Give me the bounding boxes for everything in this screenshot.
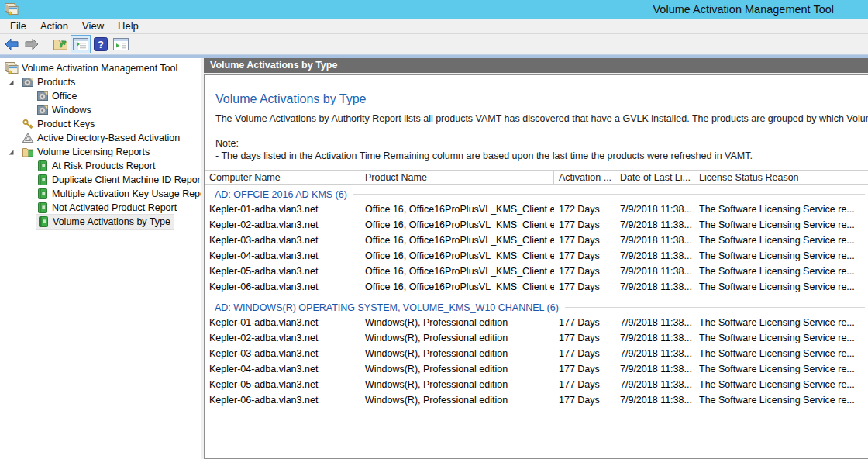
cell-computer: Kepler-01-adba.vlan3.net [205, 315, 360, 330]
cell-filler [856, 248, 868, 264]
menu-bar: File Action View Help [0, 19, 868, 34]
report-content: Volume Activations by Type The Volume Ac… [204, 74, 868, 459]
cell-filler [856, 392, 868, 408]
cell-computer: Kepler-01-adba.vlan3.net [205, 202, 360, 217]
menu-action[interactable]: Action [33, 19, 75, 33]
tree-item-mak-usage-report[interactable]: Multiple Activation Key Usage Report [0, 187, 201, 201]
report-icon [37, 216, 50, 228]
table-row[interactable]: Kepler-05-adba.vlan3.netWindows(R), Prof… [205, 377, 868, 392]
up-one-level-button[interactable] [50, 35, 71, 53]
tree-item-not-activated-report[interactable]: Not Activated Product Report [0, 201, 201, 215]
tree-item-at-risk-report[interactable]: At Risk Products Report [0, 159, 201, 173]
column-header[interactable]: Date of Last Li... [615, 171, 694, 184]
console-tree-panel: Volume Activation Management Tool Produc… [0, 58, 202, 459]
cell-product: Office 16, Office16ProPlusVL_KMS_Client … [360, 279, 554, 295]
cell-filler [856, 264, 868, 279]
toolbar-separator [46, 36, 46, 52]
tree-item-label: Not Activated Product Report [52, 202, 177, 213]
column-header[interactable]: Computer Name [205, 171, 360, 184]
cell-activation: 172 Days [554, 202, 615, 217]
cell-date: 7/9/2018 11:38... [615, 377, 694, 392]
table-row[interactable]: Kepler-05-adba.vlan3.netOffice 16, Offic… [205, 264, 868, 279]
cell-filler [856, 361, 868, 377]
cell-reason: The Software Licensing Service re... [694, 217, 856, 233]
tree-item-product-keys[interactable]: Product Keys [0, 117, 201, 131]
cell-computer: Kepler-02-adba.vlan3.net [205, 217, 360, 233]
cell-filler [856, 315, 868, 330]
tree-item-windows[interactable]: Windows [0, 103, 201, 117]
expander-icon[interactable] [8, 149, 22, 156]
folder-report-icon [22, 146, 34, 158]
cell-activation: 177 Days [554, 361, 615, 377]
tree-item-duplicate-cmid-report[interactable]: Duplicate Client Machine ID Report [0, 173, 201, 187]
table-row[interactable]: Kepler-06-adba.vlan3.netWindows(R), Prof… [205, 392, 868, 408]
disc-icon [36, 90, 49, 102]
show-action-pane-button[interactable] [111, 35, 131, 53]
forward-icon [23, 36, 40, 53]
back-button[interactable] [2, 35, 22, 53]
cell-computer: Kepler-06-adba.vlan3.net [205, 392, 360, 408]
tree-item-root[interactable]: Volume Activation Management Tool [0, 61, 201, 75]
cell-activation: 177 Days [554, 233, 615, 248]
column-header[interactable] [856, 171, 868, 184]
cell-activation: 177 Days [554, 264, 615, 279]
up-one-level-folder-icon [52, 36, 69, 52]
cell-filler [856, 233, 868, 248]
cell-date: 7/9/2018 11:38... [615, 346, 694, 361]
cell-reason: The Software Licensing Service re... [694, 377, 856, 392]
tree-item-products[interactable]: Products [0, 75, 201, 89]
cell-filler [856, 330, 868, 346]
cell-computer: Kepler-05-adba.vlan3.net [205, 264, 360, 279]
table-row[interactable]: Kepler-06-adba.vlan3.netOffice 16, Offic… [205, 279, 868, 295]
cell-product: Windows(R), Professional edition [360, 361, 554, 377]
disc-icon [36, 104, 49, 116]
tree-item-label: Products [37, 77, 75, 88]
column-header[interactable]: Activation ... [554, 171, 615, 184]
cell-date: 7/9/2018 11:38... [615, 279, 694, 295]
menu-help[interactable]: Help [111, 19, 146, 33]
cell-date: 7/9/2018 11:38... [615, 202, 694, 217]
expander-icon[interactable] [8, 79, 22, 86]
cell-filler [856, 202, 868, 217]
ad-triangle-icon [22, 132, 34, 144]
table-row[interactable]: Kepler-01-adba.vlan3.netWindows(R), Prof… [205, 315, 868, 330]
help-button[interactable]: ? [91, 35, 111, 53]
table-row[interactable]: Kepler-02-adba.vlan3.netWindows(R), Prof… [205, 330, 868, 346]
cell-computer: Kepler-05-adba.vlan3.net [205, 377, 360, 392]
column-header[interactable]: License Status Reason [694, 171, 856, 184]
menu-file[interactable]: File [3, 19, 33, 33]
tree-item-volume-licensing-reports[interactable]: Volume Licensing Reports [0, 145, 201, 159]
cell-product: Office 16, Office16ProPlusVL_KMS_Client … [360, 202, 554, 217]
table-row[interactable]: Kepler-02-adba.vlan3.netOffice 16, Offic… [205, 217, 868, 233]
tree-item-office[interactable]: Office [0, 89, 201, 103]
table-row[interactable]: Kepler-01-adba.vlan3.netOffice 16, Offic… [205, 202, 868, 217]
tree-item-volume-activations-by-type[interactable]: Volume Activations by Type [0, 215, 201, 229]
toolbar: ? [0, 34, 868, 54]
tree-item-label: Volume Activation Management Tool [22, 63, 177, 74]
cell-activation: 177 Days [554, 392, 615, 408]
cell-product: Windows(R), Professional edition [360, 392, 554, 408]
cell-product: Office 16, Office16ProPlusVL_KMS_Client … [360, 248, 554, 264]
menu-view[interactable]: View [75, 19, 111, 33]
table-row[interactable]: Kepler-04-adba.vlan3.netWindows(R), Prof… [205, 361, 868, 377]
cell-date: 7/9/2018 11:38... [615, 315, 694, 330]
report-table: Computer NameProduct NameActivation ...D… [205, 170, 868, 408]
cell-filler [856, 279, 868, 295]
tree-item-label: Windows [52, 105, 91, 116]
cell-product: Windows(R), Professional edition [360, 346, 554, 361]
report-icon [36, 202, 49, 214]
cell-date: 7/9/2018 11:38... [615, 233, 694, 248]
table-row[interactable]: Kepler-04-adba.vlan3.netOffice 16, Offic… [205, 248, 868, 264]
cell-computer: Kepler-06-adba.vlan3.net [205, 279, 360, 295]
column-header[interactable]: Product Name [360, 171, 554, 184]
back-icon [3, 36, 20, 53]
tree-item-ad-activation[interactable]: Active Directory-Based Activation [0, 131, 201, 145]
show-console-tree-button[interactable] [71, 35, 91, 53]
table-body: AD: OFFCIE 2016 AD KMS (6)Kepler-01-adba… [205, 187, 868, 408]
svg-text:?: ? [98, 39, 104, 50]
cell-activation: 177 Days [554, 346, 615, 361]
report-icon [36, 174, 49, 186]
table-row[interactable]: Kepler-03-adba.vlan3.netWindows(R), Prof… [205, 346, 868, 361]
table-row[interactable]: Kepler-03-adba.vlan3.netOffice 16, Offic… [205, 233, 868, 248]
forward-button[interactable] [22, 35, 42, 53]
